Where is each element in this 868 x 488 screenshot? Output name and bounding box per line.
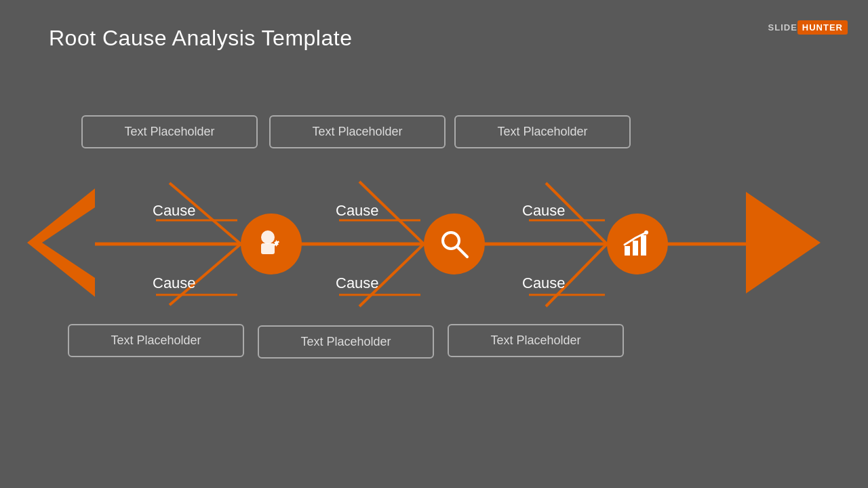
logo: SLIDE HUNTER — [768, 20, 848, 35]
logo-hunter-text: HUNTER — [797, 20, 848, 35]
text-box-bottom-1-label: Text Placeholder — [111, 333, 201, 347]
svg-rect-23 — [641, 235, 646, 256]
text-box-bottom-2-label: Text Placeholder — [300, 335, 391, 348]
text-box-bottom-2[interactable]: Text Placeholder — [258, 325, 434, 359]
text-box-top-2[interactable]: Text Placeholder — [269, 115, 446, 148]
text-box-bottom-3-label: Text Placeholder — [490, 333, 580, 347]
logo-slide-text: SLIDE — [768, 22, 797, 33]
svg-point-24 — [644, 230, 648, 235]
text-box-bottom-1[interactable]: Text Placeholder — [68, 324, 244, 357]
fishbone-diagram: Text Placeholder Text Placeholder Text P… — [27, 81, 841, 407]
slide-title: Root Cause Analysis Template — [49, 26, 352, 51]
text-box-top-1-label: Text Placeholder — [124, 125, 214, 138]
cause-label-top-2: Cause — [336, 202, 379, 220]
svg-marker-15 — [746, 192, 821, 293]
svg-rect-17 — [261, 243, 275, 254]
text-box-top-1[interactable]: Text Placeholder — [81, 115, 258, 148]
svg-rect-21 — [625, 246, 630, 256]
cause-label-bottom-1: Cause — [153, 274, 196, 292]
cause-label-bottom-3: Cause — [522, 274, 566, 292]
circle-2 — [424, 214, 485, 274]
text-box-bottom-3[interactable]: Text Placeholder — [448, 324, 624, 357]
cause-label-top-3: Cause — [522, 202, 566, 220]
svg-line-20 — [457, 247, 467, 257]
cause-label-bottom-2: Cause — [336, 274, 379, 292]
text-box-top-2-label: Text Placeholder — [312, 125, 402, 138]
slide: Root Cause Analysis Template SLIDE HUNTE… — [0, 0, 868, 488]
svg-point-16 — [261, 230, 275, 244]
svg-rect-22 — [633, 241, 638, 256]
circle-3 — [607, 214, 668, 274]
text-box-top-3[interactable]: Text Placeholder — [454, 115, 631, 148]
fish-head — [746, 185, 834, 303]
cause-label-top-1: Cause — [153, 202, 196, 220]
text-box-top-3-label: Text Placeholder — [497, 125, 587, 138]
fish-tail — [27, 182, 95, 306]
circle-1 — [241, 214, 302, 274]
